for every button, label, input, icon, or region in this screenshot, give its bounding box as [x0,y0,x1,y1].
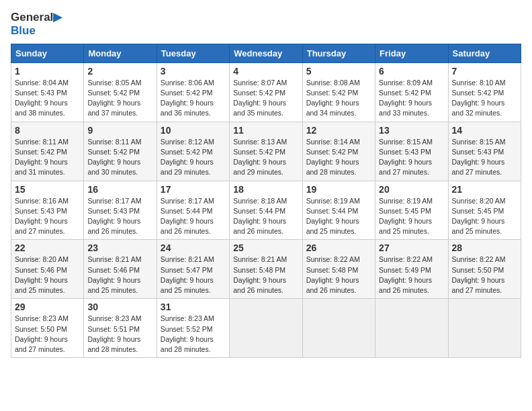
day-info: Sunrise: 8:20 AMSunset: 5:46 PMDaylight:… [15,255,80,295]
day-number: 18 [233,184,298,195]
day-number: 5 [306,66,371,77]
day-info: Sunrise: 8:17 AMSunset: 5:43 PMDaylight:… [87,196,152,237]
day-cell: 4 Sunrise: 8:07 AMSunset: 5:42 PMDayligh… [230,62,302,122]
page-header: General▶ Blue [11,11,521,38]
day-number: 28 [452,242,517,253]
day-info: Sunrise: 8:08 AMSunset: 5:42 PMDaylight:… [306,78,371,119]
day-cell: 7 Sunrise: 8:10 AMSunset: 5:42 PMDayligh… [448,62,521,122]
day-info: Sunrise: 8:04 AMSunset: 5:43 PMDaylight:… [15,78,80,119]
day-number: 1 [15,66,80,77]
day-info: Sunrise: 8:11 AMSunset: 5:42 PMDaylight:… [87,137,152,178]
day-cell: 2 Sunrise: 8:05 AMSunset: 5:42 PMDayligh… [84,62,157,122]
day-info: Sunrise: 8:18 AMSunset: 5:44 PMDaylight:… [233,196,298,237]
day-cell: 5 Sunrise: 8:08 AMSunset: 5:42 PMDayligh… [302,62,375,122]
day-cell: 23 Sunrise: 8:21 AMSunset: 5:46 PMDaylig… [84,240,157,299]
day-cell: 22 Sunrise: 8:20 AMSunset: 5:46 PMDaylig… [11,240,84,299]
day-info: Sunrise: 8:15 AMSunset: 5:43 PMDaylight:… [379,137,444,178]
day-info: Sunrise: 8:21 AMSunset: 5:48 PMDaylight:… [233,255,298,295]
day-cell [302,299,375,358]
header-cell-tuesday: Tuesday [157,44,229,62]
day-info: Sunrise: 8:17 AMSunset: 5:44 PMDaylight:… [161,196,226,237]
day-number: 16 [87,184,152,195]
calendar-table: SundayMondayTuesdayWednesdayThursdayFrid… [11,44,521,358]
header-cell-wednesday: Wednesday [230,44,302,62]
day-cell: 16 Sunrise: 8:17 AMSunset: 5:43 PMDaylig… [84,181,157,240]
day-number: 27 [379,242,444,253]
day-number: 23 [87,242,152,253]
day-cell: 8 Sunrise: 8:11 AMSunset: 5:42 PMDayligh… [11,122,84,181]
week-row-1: 1 Sunrise: 8:04 AMSunset: 5:43 PMDayligh… [11,62,521,122]
logo: General▶ Blue [11,11,62,38]
day-info: Sunrise: 8:19 AMSunset: 5:44 PMDaylight:… [306,196,371,237]
day-cell: 10 Sunrise: 8:12 AMSunset: 5:42 PMDaylig… [157,122,229,181]
day-info: Sunrise: 8:21 AMSunset: 5:47 PMDaylight:… [161,255,226,295]
day-number: 4 [233,66,298,77]
day-cell: 14 Sunrise: 8:15 AMSunset: 5:43 PMDaylig… [448,122,521,181]
day-number: 19 [306,184,371,195]
day-info: Sunrise: 8:23 AMSunset: 5:50 PMDaylight:… [15,314,80,355]
day-number: 13 [379,125,444,136]
header-cell-sunday: Sunday [11,44,84,62]
day-number: 30 [87,302,152,312]
day-info: Sunrise: 8:22 AMSunset: 5:50 PMDaylight:… [452,255,517,295]
day-cell: 20 Sunrise: 8:19 AMSunset: 5:45 PMDaylig… [375,181,448,240]
day-number: 26 [306,242,371,253]
day-number: 15 [15,184,80,195]
day-info: Sunrise: 8:22 AMSunset: 5:49 PMDaylight:… [379,255,444,295]
day-info: Sunrise: 8:06 AMSunset: 5:42 PMDaylight:… [161,78,226,119]
day-cell: 9 Sunrise: 8:11 AMSunset: 5:42 PMDayligh… [84,122,157,181]
day-cell: 25 Sunrise: 8:21 AMSunset: 5:48 PMDaylig… [230,240,302,299]
day-number: 21 [452,184,517,195]
day-info: Sunrise: 8:13 AMSunset: 5:42 PMDaylight:… [233,137,298,178]
day-info: Sunrise: 8:09 AMSunset: 5:42 PMDaylight:… [379,78,444,119]
logo-text: General▶ Blue [11,11,62,38]
header-cell-saturday: Saturday [448,44,521,62]
header-row: SundayMondayTuesdayWednesdayThursdayFrid… [11,44,521,62]
day-number: 2 [87,66,152,77]
day-cell: 29 Sunrise: 8:23 AMSunset: 5:50 PMDaylig… [11,299,84,358]
day-cell: 15 Sunrise: 8:16 AMSunset: 5:43 PMDaylig… [11,181,84,240]
header-cell-monday: Monday [84,44,157,62]
day-number: 17 [161,184,226,195]
day-cell: 19 Sunrise: 8:19 AMSunset: 5:44 PMDaylig… [302,181,375,240]
day-cell: 12 Sunrise: 8:14 AMSunset: 5:42 PMDaylig… [302,122,375,181]
day-number: 12 [306,125,371,136]
day-info: Sunrise: 8:15 AMSunset: 5:43 PMDaylight:… [452,137,517,178]
day-cell [375,299,448,358]
day-cell [230,299,302,358]
day-info: Sunrise: 8:16 AMSunset: 5:43 PMDaylight:… [15,196,80,237]
week-row-3: 15 Sunrise: 8:16 AMSunset: 5:43 PMDaylig… [11,181,521,240]
day-info: Sunrise: 8:07 AMSunset: 5:42 PMDaylight:… [233,78,298,119]
day-cell: 1 Sunrise: 8:04 AMSunset: 5:43 PMDayligh… [11,62,84,122]
day-info: Sunrise: 8:21 AMSunset: 5:46 PMDaylight:… [87,255,152,295]
day-info: Sunrise: 8:05 AMSunset: 5:42 PMDaylight:… [87,78,152,119]
day-number: 11 [233,125,298,136]
day-info: Sunrise: 8:19 AMSunset: 5:45 PMDaylight:… [379,196,444,237]
day-number: 7 [452,66,517,77]
day-cell: 11 Sunrise: 8:13 AMSunset: 5:42 PMDaylig… [230,122,302,181]
day-info: Sunrise: 8:23 AMSunset: 5:51 PMDaylight:… [87,314,152,355]
week-row-5: 29 Sunrise: 8:23 AMSunset: 5:50 PMDaylig… [11,299,521,358]
day-cell: 28 Sunrise: 8:22 AMSunset: 5:50 PMDaylig… [448,240,521,299]
day-cell: 21 Sunrise: 8:20 AMSunset: 5:45 PMDaylig… [448,181,521,240]
day-cell: 31 Sunrise: 8:23 AMSunset: 5:52 PMDaylig… [157,299,229,358]
day-number: 8 [15,125,80,136]
day-number: 29 [15,302,80,312]
day-number: 24 [161,242,226,253]
day-number: 14 [452,125,517,136]
day-info: Sunrise: 8:11 AMSunset: 5:42 PMDaylight:… [15,137,80,178]
day-cell: 26 Sunrise: 8:22 AMSunset: 5:48 PMDaylig… [302,240,375,299]
day-info: Sunrise: 8:12 AMSunset: 5:42 PMDaylight:… [161,137,226,178]
day-info: Sunrise: 8:14 AMSunset: 5:42 PMDaylight:… [306,137,371,178]
day-cell: 13 Sunrise: 8:15 AMSunset: 5:43 PMDaylig… [375,122,448,181]
day-cell: 27 Sunrise: 8:22 AMSunset: 5:49 PMDaylig… [375,240,448,299]
day-cell: 18 Sunrise: 8:18 AMSunset: 5:44 PMDaylig… [230,181,302,240]
day-cell [448,299,521,358]
week-row-4: 22 Sunrise: 8:20 AMSunset: 5:46 PMDaylig… [11,240,521,299]
day-number: 6 [379,66,444,77]
day-number: 31 [161,302,226,312]
day-number: 9 [87,125,152,136]
header-cell-friday: Friday [375,44,448,62]
day-info: Sunrise: 8:10 AMSunset: 5:42 PMDaylight:… [452,78,517,119]
day-cell: 30 Sunrise: 8:23 AMSunset: 5:51 PMDaylig… [84,299,157,358]
